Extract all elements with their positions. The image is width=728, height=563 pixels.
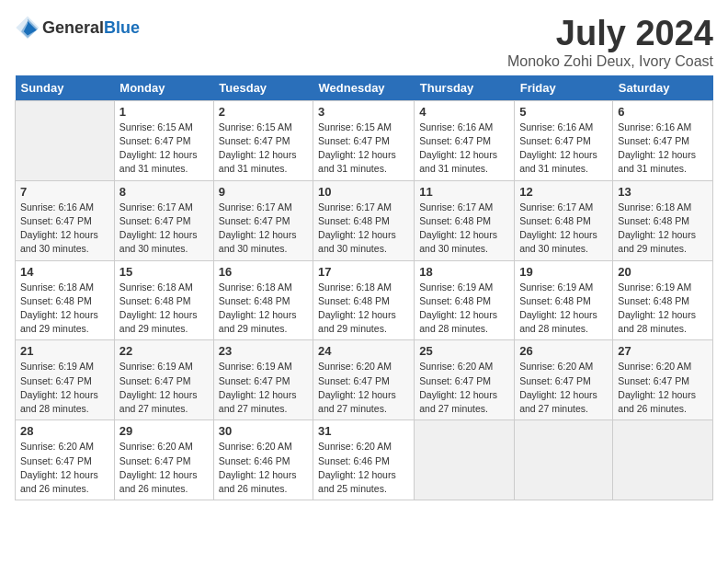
day-info: Sunrise: 6:20 AM Sunset: 6:47 PM Dayligh…	[20, 440, 109, 496]
day-info: Sunrise: 6:18 AM Sunset: 6:48 PM Dayligh…	[618, 201, 708, 257]
calendar-cell: 22Sunrise: 6:19 AM Sunset: 6:47 PM Dayli…	[114, 340, 213, 420]
calendar-week-row: 7Sunrise: 6:16 AM Sunset: 6:47 PM Daylig…	[16, 180, 713, 260]
calendar-cell	[613, 420, 713, 500]
calendar-cell	[515, 420, 613, 500]
calendar-cell: 20Sunrise: 6:19 AM Sunset: 6:48 PM Dayli…	[613, 260, 713, 340]
calendar-cell: 10Sunrise: 6:17 AM Sunset: 6:48 PM Dayli…	[313, 180, 415, 260]
calendar-cell: 5Sunrise: 6:16 AM Sunset: 6:47 PM Daylig…	[515, 100, 613, 180]
day-info: Sunrise: 6:18 AM Sunset: 6:48 PM Dayligh…	[20, 281, 109, 337]
header-wednesday: Wednesday	[313, 75, 415, 101]
day-number: 12	[519, 185, 608, 199]
day-number: 19	[519, 265, 608, 279]
day-info: Sunrise: 6:18 AM Sunset: 6:48 PM Dayligh…	[119, 281, 209, 337]
calendar-cell: 29Sunrise: 6:20 AM Sunset: 6:47 PM Dayli…	[114, 420, 213, 500]
day-number: 8	[119, 185, 209, 199]
calendar-cell: 31Sunrise: 6:20 AM Sunset: 6:46 PM Dayli…	[313, 420, 415, 500]
calendar-table: SundayMondayTuesdayWednesdayThursdayFrid…	[15, 75, 713, 500]
day-info: Sunrise: 6:20 AM Sunset: 6:47 PM Dayligh…	[318, 360, 409, 416]
calendar-cell: 26Sunrise: 6:20 AM Sunset: 6:47 PM Dayli…	[515, 340, 613, 420]
day-number: 10	[318, 185, 409, 199]
logo-general-text: General	[42, 18, 104, 37]
day-info: Sunrise: 6:15 AM Sunset: 6:47 PM Dayligh…	[318, 121, 409, 177]
day-info: Sunrise: 6:18 AM Sunset: 6:48 PM Dayligh…	[219, 281, 308, 337]
calendar-cell: 30Sunrise: 6:20 AM Sunset: 6:46 PM Dayli…	[213, 420, 313, 500]
day-number: 7	[20, 185, 109, 199]
header-saturday: Saturday	[613, 75, 713, 101]
day-number: 18	[419, 265, 509, 279]
header-sunday: Sunday	[16, 75, 115, 101]
calendar-week-row: 1Sunrise: 6:15 AM Sunset: 6:47 PM Daylig…	[16, 100, 713, 180]
day-info: Sunrise: 6:19 AM Sunset: 6:47 PM Dayligh…	[219, 360, 308, 416]
day-number: 6	[618, 105, 708, 119]
calendar-cell: 17Sunrise: 6:18 AM Sunset: 6:48 PM Dayli…	[313, 260, 415, 340]
calendar-cell: 19Sunrise: 6:19 AM Sunset: 6:48 PM Dayli…	[515, 260, 613, 340]
day-info: Sunrise: 6:20 AM Sunset: 6:47 PM Dayligh…	[618, 360, 708, 416]
day-number: 1	[119, 105, 209, 119]
day-info: Sunrise: 6:16 AM Sunset: 6:47 PM Dayligh…	[519, 121, 608, 177]
day-info: Sunrise: 6:17 AM Sunset: 6:47 PM Dayligh…	[219, 201, 308, 257]
calendar-cell: 18Sunrise: 6:19 AM Sunset: 6:48 PM Dayli…	[415, 260, 515, 340]
day-info: Sunrise: 6:20 AM Sunset: 6:46 PM Dayligh…	[219, 440, 308, 496]
calendar-cell	[16, 100, 115, 180]
logo-blue-text: Blue	[104, 18, 140, 37]
logo-icon	[15, 15, 40, 40]
day-number: 13	[618, 185, 708, 199]
day-number: 25	[419, 344, 509, 358]
calendar-cell: 9Sunrise: 6:17 AM Sunset: 6:47 PM Daylig…	[213, 180, 313, 260]
calendar-cell	[415, 420, 515, 500]
calendar-cell: 16Sunrise: 6:18 AM Sunset: 6:48 PM Dayli…	[213, 260, 313, 340]
header-thursday: Thursday	[415, 75, 515, 101]
calendar-cell: 21Sunrise: 6:19 AM Sunset: 6:47 PM Dayli…	[16, 340, 115, 420]
calendar-cell: 28Sunrise: 6:20 AM Sunset: 6:47 PM Dayli…	[16, 420, 115, 500]
day-info: Sunrise: 6:16 AM Sunset: 6:47 PM Dayligh…	[618, 121, 708, 177]
title-area: July 2024 Monoko Zohi Deux, Ivory Coast	[507, 15, 713, 70]
calendar-cell: 25Sunrise: 6:20 AM Sunset: 6:47 PM Dayli…	[415, 340, 515, 420]
day-info: Sunrise: 6:17 AM Sunset: 6:48 PM Dayligh…	[519, 201, 608, 257]
day-info: Sunrise: 6:20 AM Sunset: 6:46 PM Dayligh…	[318, 440, 409, 496]
day-number: 23	[219, 344, 308, 358]
calendar-week-row: 28Sunrise: 6:20 AM Sunset: 6:47 PM Dayli…	[16, 420, 713, 500]
calendar-cell: 1Sunrise: 6:15 AM Sunset: 6:47 PM Daylig…	[114, 100, 213, 180]
logo: GeneralBlue	[15, 15, 140, 40]
day-info: Sunrise: 6:17 AM Sunset: 6:48 PM Dayligh…	[419, 201, 509, 257]
month-title: July 2024	[507, 15, 713, 53]
day-info: Sunrise: 6:17 AM Sunset: 6:48 PM Dayligh…	[318, 201, 409, 257]
day-info: Sunrise: 6:16 AM Sunset: 6:47 PM Dayligh…	[20, 201, 109, 257]
day-info: Sunrise: 6:18 AM Sunset: 6:48 PM Dayligh…	[318, 281, 409, 337]
day-number: 15	[119, 265, 209, 279]
day-number: 31	[318, 424, 409, 438]
calendar-cell: 7Sunrise: 6:16 AM Sunset: 6:47 PM Daylig…	[16, 180, 115, 260]
day-info: Sunrise: 6:19 AM Sunset: 6:48 PM Dayligh…	[618, 281, 708, 337]
calendar-cell: 4Sunrise: 6:16 AM Sunset: 6:47 PM Daylig…	[415, 100, 515, 180]
calendar-cell: 8Sunrise: 6:17 AM Sunset: 6:47 PM Daylig…	[114, 180, 213, 260]
calendar-cell: 15Sunrise: 6:18 AM Sunset: 6:48 PM Dayli…	[114, 260, 213, 340]
day-info: Sunrise: 6:20 AM Sunset: 6:47 PM Dayligh…	[419, 360, 509, 416]
header-monday: Monday	[114, 75, 213, 101]
calendar-cell: 14Sunrise: 6:18 AM Sunset: 6:48 PM Dayli…	[16, 260, 115, 340]
day-info: Sunrise: 6:19 AM Sunset: 6:48 PM Dayligh…	[419, 281, 509, 337]
day-number: 24	[318, 344, 409, 358]
day-info: Sunrise: 6:15 AM Sunset: 6:47 PM Dayligh…	[119, 121, 209, 177]
day-number: 21	[20, 344, 109, 358]
day-info: Sunrise: 6:17 AM Sunset: 6:47 PM Dayligh…	[119, 201, 209, 257]
day-number: 20	[618, 265, 708, 279]
day-number: 4	[419, 105, 509, 119]
page-header: GeneralBlue July 2024 Monoko Zohi Deux, …	[15, 15, 713, 70]
day-info: Sunrise: 6:20 AM Sunset: 6:47 PM Dayligh…	[519, 360, 608, 416]
day-info: Sunrise: 6:19 AM Sunset: 6:47 PM Dayligh…	[20, 360, 109, 416]
calendar-cell: 12Sunrise: 6:17 AM Sunset: 6:48 PM Dayli…	[515, 180, 613, 260]
day-number: 9	[219, 185, 308, 199]
calendar-cell: 6Sunrise: 6:16 AM Sunset: 6:47 PM Daylig…	[613, 100, 713, 180]
header-friday: Friday	[515, 75, 613, 101]
day-number: 2	[219, 105, 308, 119]
calendar-week-row: 14Sunrise: 6:18 AM Sunset: 6:48 PM Dayli…	[16, 260, 713, 340]
calendar-cell: 2Sunrise: 6:15 AM Sunset: 6:47 PM Daylig…	[213, 100, 313, 180]
day-number: 26	[519, 344, 608, 358]
day-number: 14	[20, 265, 109, 279]
calendar-cell: 3Sunrise: 6:15 AM Sunset: 6:47 PM Daylig…	[313, 100, 415, 180]
location-title: Monoko Zohi Deux, Ivory Coast	[507, 53, 713, 70]
day-number: 5	[519, 105, 608, 119]
day-info: Sunrise: 6:19 AM Sunset: 6:48 PM Dayligh…	[519, 281, 608, 337]
calendar-cell: 27Sunrise: 6:20 AM Sunset: 6:47 PM Dayli…	[613, 340, 713, 420]
day-number: 3	[318, 105, 409, 119]
